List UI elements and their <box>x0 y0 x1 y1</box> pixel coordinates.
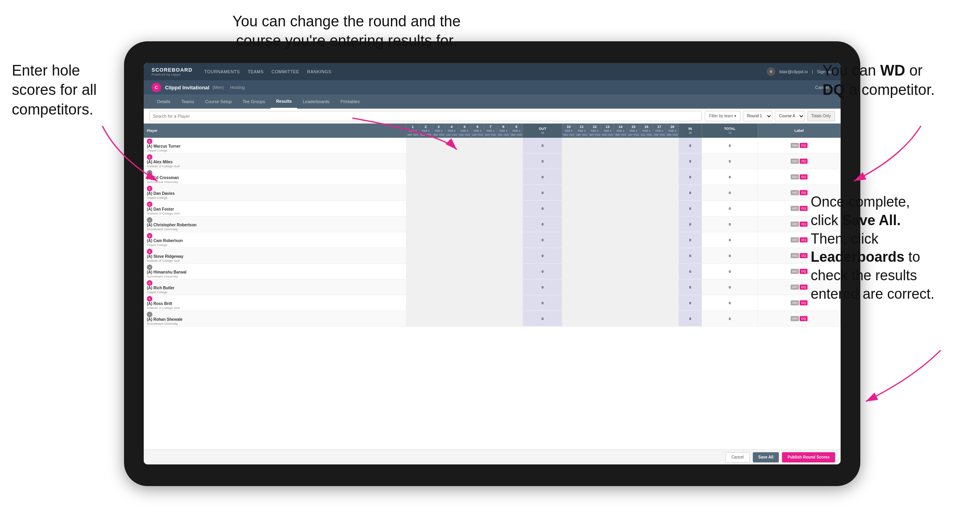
score-cell[interactable] <box>445 153 458 169</box>
score-cell[interactable] <box>406 138 419 153</box>
score-cell[interactable] <box>614 169 627 185</box>
score-cell[interactable] <box>575 201 588 216</box>
score-cell[interactable] <box>640 248 653 264</box>
score-cell[interactable] <box>458 232 471 248</box>
score-cell[interactable] <box>601 264 614 279</box>
dq-button[interactable]: DQ <box>800 190 808 195</box>
score-cell[interactable] <box>497 153 510 169</box>
score-cell[interactable] <box>484 138 497 153</box>
score-cell[interactable] <box>406 169 419 185</box>
score-cell[interactable] <box>484 153 497 169</box>
score-cell[interactable] <box>458 264 471 279</box>
save-all-button[interactable]: Save All <box>753 452 779 462</box>
score-cell[interactable] <box>419 295 432 311</box>
score-cell[interactable] <box>419 279 432 295</box>
score-cell[interactable] <box>419 185 432 201</box>
score-cell[interactable] <box>601 232 614 248</box>
score-cell[interactable] <box>601 216 614 232</box>
tab-results[interactable]: Results <box>270 94 297 109</box>
wd-button[interactable]: WD <box>791 206 799 211</box>
score-cell[interactable] <box>640 138 653 153</box>
wd-button[interactable]: WD <box>791 222 799 227</box>
tab-teams[interactable]: Teams <box>176 94 200 109</box>
totals-only-button[interactable]: Totals Only <box>807 111 835 121</box>
score-cell[interactable] <box>627 153 640 169</box>
score-cell[interactable] <box>484 311 497 327</box>
dq-button[interactable]: DQ <box>800 159 808 164</box>
score-cell[interactable] <box>406 201 419 216</box>
score-cell[interactable] <box>601 185 614 201</box>
score-cell[interactable] <box>458 138 471 153</box>
score-cell[interactable] <box>562 185 575 201</box>
score-cell[interactable] <box>653 185 666 201</box>
wd-button[interactable]: WD <box>791 269 799 274</box>
score-cell[interactable] <box>640 264 653 279</box>
score-cell[interactable] <box>666 185 679 201</box>
score-cell[interactable] <box>627 138 640 153</box>
wd-button[interactable]: WD <box>791 237 799 242</box>
score-cell[interactable] <box>458 279 471 295</box>
score-cell[interactable] <box>614 295 627 311</box>
score-cell[interactable] <box>666 248 679 264</box>
score-cell[interactable] <box>562 295 575 311</box>
score-cell[interactable] <box>666 264 679 279</box>
score-cell[interactable] <box>406 295 419 311</box>
wd-button[interactable]: WD <box>791 285 799 290</box>
dq-button[interactable]: DQ <box>800 174 808 179</box>
score-cell[interactable] <box>445 216 458 232</box>
nav-rankings[interactable]: RANKINGS <box>307 69 331 74</box>
score-cell[interactable] <box>497 138 510 153</box>
score-cell[interactable] <box>497 169 510 185</box>
score-cell[interactable] <box>588 311 601 327</box>
score-cell[interactable] <box>653 138 666 153</box>
score-cell[interactable] <box>666 232 679 248</box>
score-cell[interactable] <box>588 138 601 153</box>
score-cell[interactable] <box>640 295 653 311</box>
score-cell[interactable] <box>601 153 614 169</box>
score-cell[interactable] <box>627 216 640 232</box>
tab-tee-groups[interactable]: Tee Groups <box>237 94 270 109</box>
score-cell[interactable] <box>419 169 432 185</box>
score-cell[interactable] <box>471 153 484 169</box>
score-cell[interactable] <box>640 311 653 327</box>
score-cell[interactable] <box>562 138 575 153</box>
dq-button[interactable]: DQ <box>800 206 808 211</box>
score-cell[interactable] <box>445 248 458 264</box>
score-cell[interactable] <box>510 201 523 216</box>
score-cell[interactable] <box>510 248 523 264</box>
score-cell[interactable] <box>627 201 640 216</box>
score-cell[interactable] <box>484 201 497 216</box>
score-cell[interactable] <box>471 311 484 327</box>
score-cell[interactable] <box>653 201 666 216</box>
score-cell[interactable] <box>419 232 432 248</box>
score-cell[interactable] <box>601 138 614 153</box>
score-cell[interactable] <box>406 216 419 232</box>
score-cell[interactable] <box>562 311 575 327</box>
score-cell[interactable] <box>458 311 471 327</box>
score-cell[interactable] <box>445 201 458 216</box>
wd-button[interactable]: WD <box>791 174 799 179</box>
score-cell[interactable] <box>653 279 666 295</box>
tab-leaderboards[interactable]: Leaderboards <box>297 94 335 109</box>
score-cell[interactable] <box>601 248 614 264</box>
score-cell[interactable] <box>497 216 510 232</box>
score-cell[interactable] <box>510 295 523 311</box>
score-cell[interactable] <box>458 169 471 185</box>
score-cell[interactable] <box>432 311 445 327</box>
wd-button[interactable]: WD <box>791 253 799 258</box>
tab-course-setup[interactable]: Course Setup <box>200 94 237 109</box>
score-cell[interactable] <box>406 232 419 248</box>
score-cell[interactable] <box>458 153 471 169</box>
score-cell[interactable] <box>640 232 653 248</box>
score-cell[interactable] <box>588 295 601 311</box>
score-cell[interactable] <box>432 138 445 153</box>
score-cell[interactable] <box>419 153 432 169</box>
course-select[interactable]: Course A Course B <box>775 111 805 121</box>
score-cell[interactable] <box>419 201 432 216</box>
score-cell[interactable] <box>432 216 445 232</box>
dq-button[interactable]: DQ <box>800 269 808 274</box>
dq-button[interactable]: DQ <box>800 300 808 305</box>
score-cell[interactable] <box>653 169 666 185</box>
score-cell[interactable] <box>588 232 601 248</box>
dq-button[interactable]: DQ <box>800 316 808 321</box>
